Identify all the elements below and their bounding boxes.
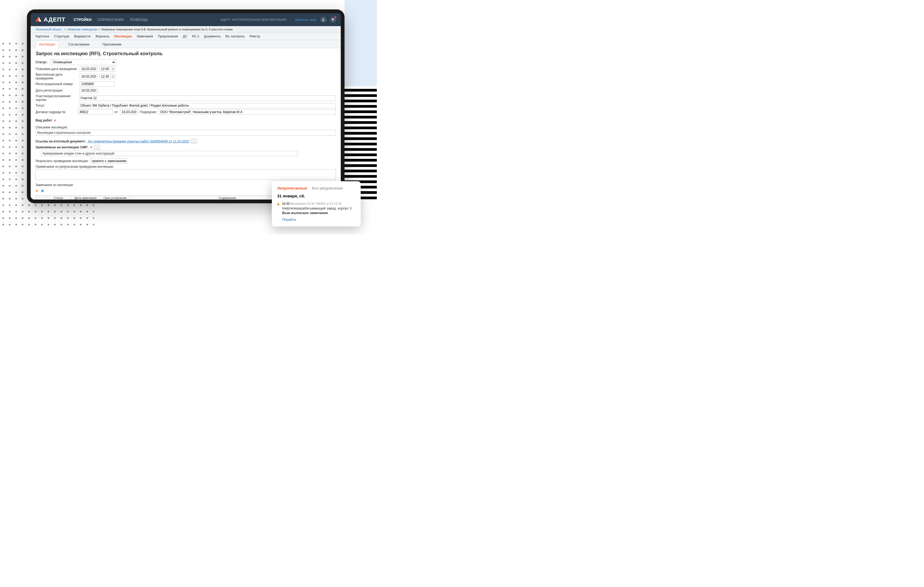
notif-goto-link[interactable]: Перейти [282, 218, 355, 222]
tab-inspections[interactable]: Инспекции [114, 34, 132, 39]
feedback-link[interactable]: Обратная связь [295, 18, 317, 21]
top-bar: АДЕПТ СТРОЙКИ СПРАВОЧНИК ПОМОЩЬ АДЕПТ: И… [31, 13, 341, 26]
unread-dot-icon [277, 203, 279, 205]
col-status: Статус [46, 195, 71, 200]
tab-vedomosti[interactable]: Ведомости [74, 34, 91, 39]
crumb-1[interactable]: Эталонный объект... [36, 28, 64, 31]
ot-label: от: [114, 110, 119, 114]
main-nav: СТРОЙКИ СПРАВОЧНИК ПОМОЩЬ [73, 18, 148, 22]
contract-label: Договор подряда № [36, 110, 76, 114]
location-input[interactable] [79, 95, 336, 101]
breadcrumb: Эталонный объект...> Нежилые помещения> … [31, 26, 341, 33]
add-work-type-button[interactable]: + [54, 118, 56, 123]
app-title: АДЕПТ: ИСПОЛНИТЕЛЬНАЯ ДОКУМЕНТАЦИЯ [220, 18, 286, 21]
nav-stroiki[interactable]: СТРОЙКИ [73, 18, 91, 22]
contract-date-input[interactable] [120, 109, 138, 115]
tab-incoming[interactable]: Вх. контроль [226, 34, 245, 39]
col-fix: Срок устранения [101, 195, 130, 200]
notif-title: Нефтеперерабатывающий завод, корпус 3 [282, 206, 355, 210]
notes-textarea[interactable] [36, 169, 336, 180]
tab-ks2[interactable]: КС-2 [192, 34, 199, 39]
titul-input[interactable] [79, 103, 336, 108]
titul-label: Титул: [36, 104, 77, 107]
subtab-approval[interactable]: Согласование [65, 41, 93, 48]
section-tabs: Карточка Структура Ведомости Журналы Инс… [31, 33, 341, 40]
work-type-label: Вид работ [36, 119, 52, 122]
notif-item[interactable]: 12:22 Инспекцию СК № 748322 от 22.12.19 … [277, 202, 355, 222]
notif-time: 12:22 [282, 202, 290, 205]
content-area: Запрос на инспекцию (RFI). Строительный … [31, 48, 341, 200]
logo[interactable]: АДЕПТ [36, 16, 65, 23]
smr-label: Заявляемые на инспекцию СМР: [36, 146, 88, 149]
subtab-attachment[interactable]: Приложение [99, 41, 125, 48]
fact-date-label: Фактическая дата проведения [36, 73, 78, 80]
tab-ds[interactable]: ДС [183, 34, 187, 39]
notes-label: Примечания по результатам проведения инс… [36, 165, 336, 169]
bell-icon[interactable] [330, 17, 336, 23]
tab-remarks[interactable]: Замечания [137, 34, 153, 39]
nav-spravochnik[interactable]: СПРАВОЧНИК [97, 18, 124, 22]
notification-panel: Непрочитанные Все уведомления 31 января,… [272, 181, 361, 227]
reg-date-input[interactable] [80, 88, 98, 93]
plan-date-label: Плановая дата проведения [36, 67, 78, 71]
plan-time-input[interactable] [99, 66, 111, 72]
sub-tabs: Инспекция Согласование Приложение [31, 40, 341, 48]
nav-help[interactable]: ПОМОЩЬ [130, 18, 148, 22]
final-doc-label: Ссылка на итоговый документ: [36, 139, 86, 143]
decorative-blue-panel [345, 0, 377, 86]
crumb-current: Нежилые помещения этаж 5-8. Капитальный … [101, 28, 233, 31]
clock-icon[interactable] [111, 74, 116, 79]
description-label: Описание инспекции: [36, 126, 336, 129]
result-label: Результаты проведения инспекции: [36, 159, 89, 163]
col-date: Дата замечания [71, 195, 101, 200]
status-label: Статус: [36, 60, 48, 64]
notif-tab-unread[interactable]: Непрочитанные [277, 186, 307, 190]
page-title: Запрос на инспекцию (RFI). Строительный … [36, 51, 336, 56]
col-arrow [36, 195, 46, 200]
tab-structure[interactable]: Структура [54, 34, 69, 39]
add-remark-button[interactable]: + [36, 189, 38, 193]
add-smr-button[interactable]: + [90, 145, 92, 150]
fact-time-input[interactable] [99, 74, 111, 79]
reg-num-label: Регистрационный номер: [36, 82, 78, 86]
tablet-frame: АДЕПТ СТРОЙКИ СПРАВОЧНИК ПОМОЩЬ АДЕПТ: И… [27, 10, 345, 203]
result-input[interactable] [90, 158, 128, 164]
logo-icon [36, 16, 41, 23]
reg-date-label: Дата регистрации: [36, 89, 78, 93]
fact-date-input[interactable] [80, 74, 98, 79]
description-input[interactable]: Инспекция строительного контроля [36, 130, 336, 136]
notif-meta: Инспекцию СК № 748322 от 22.12.19 [290, 202, 341, 205]
final-doc-link[interactable]: Акт освидетельствования скрытых работ №4… [87, 139, 189, 143]
location-label: Участок/расположение/чертеж: [36, 94, 77, 102]
final-doc-browse-button[interactable]: ... [191, 139, 197, 144]
tab-orders[interactable]: Предписания [158, 34, 178, 39]
crumb-2[interactable]: Нежилые помещения [68, 28, 97, 31]
brand-text: АДЕПТ [44, 16, 65, 23]
contractor-label: Подрядчик: [140, 110, 157, 114]
notification-badge [335, 16, 337, 18]
delete-remark-button[interactable]: ✕ [41, 189, 44, 193]
notif-tab-all[interactable]: Все уведомления [312, 186, 343, 190]
notif-text: Вым выписано замечание [282, 211, 355, 215]
plan-date-input[interactable] [80, 66, 98, 72]
subtab-inspection[interactable]: Инспекция [36, 41, 59, 48]
notif-date-header: 31 января, сб. [277, 193, 355, 198]
tab-documents[interactable]: Документы [204, 34, 221, 39]
smr-browse-button[interactable]: ... [94, 145, 100, 150]
contract-num-input[interactable] [78, 109, 113, 115]
contractor-input[interactable] [158, 109, 336, 115]
clock-icon[interactable] [111, 66, 116, 72]
status-select[interactable]: Оповещение [50, 59, 116, 65]
user-icon[interactable] [320, 17, 326, 23]
tab-card[interactable]: Карточка [36, 34, 49, 39]
reg-num-input[interactable] [80, 81, 115, 87]
tab-journals[interactable]: Журналы [95, 34, 109, 39]
tab-registry[interactable]: Реестр [249, 34, 260, 39]
svg-point-2 [323, 18, 324, 20]
smr-item[interactable]: Армирование кладки стен и других констру… [41, 151, 298, 156]
